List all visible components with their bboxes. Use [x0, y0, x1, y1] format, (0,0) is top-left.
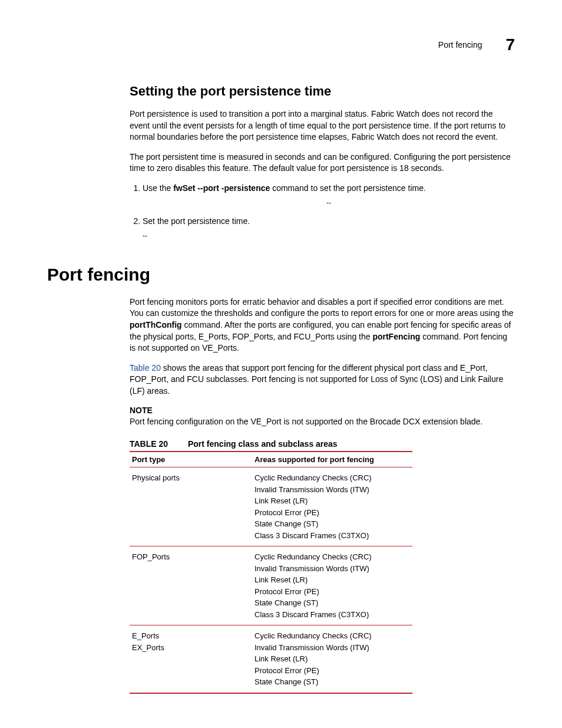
table-label: TABLE 20 — [130, 439, 168, 449]
steps-list: Use the fwSet --port -persistence comman… — [130, 183, 515, 241]
col-header-port-type: Port type — [130, 452, 252, 467]
col-header-areas: Areas supported for port fencing — [252, 452, 412, 467]
table-row: FOP_Ports Cyclic Redundancy Checks (CRC)… — [130, 546, 412, 625]
cell-port-type: E_PortsEX_Ports — [130, 625, 252, 693]
paragraph: Port fencing monitors ports for erratic … — [130, 297, 515, 354]
section-heading: Setting the port persistence time — [130, 84, 515, 99]
cell-areas: Cyclic Redundancy Checks (CRC)Invalid Tr… — [252, 467, 412, 546]
paragraph: The port persistent time is measured in … — [130, 151, 515, 174]
note-label: NOTE — [130, 406, 515, 415]
cell-areas: Cyclic Redundancy Checks (CRC)Invalid Tr… — [252, 625, 412, 693]
table-title: Port fencing class and subclass areas — [188, 439, 338, 449]
port-fencing-table: Port type Areas supported for port fenci… — [130, 451, 412, 694]
table-row: Physical ports Cyclic Redundancy Checks … — [130, 467, 412, 546]
cell-port-type: Physical ports — [130, 467, 252, 546]
cell-areas: Cyclic Redundancy Checks (CRC)Invalid Tr… — [252, 546, 412, 625]
command-text: portThConfig — [130, 320, 182, 330]
command-text: portFencing — [372, 332, 420, 341]
table-row: E_PortsEX_Ports Cyclic Redundancy Checks… — [130, 625, 412, 693]
step-item: Set the port persistence time. -- — [143, 216, 515, 241]
cell-port-type: FOP_Ports — [130, 546, 252, 625]
chapter-heading: Port fencing — [47, 265, 515, 285]
step-text: command to set the port persistence time… — [270, 183, 426, 193]
text-run: shows the areas that support port fencin… — [130, 363, 503, 396]
section-persistence: Setting the port persistence time Port p… — [130, 84, 515, 241]
paragraph: Table 20 shows the areas that support po… — [130, 363, 515, 397]
step-text: Use the — [143, 183, 173, 193]
chapter-number: 7 — [505, 35, 515, 54]
text-run: Port fencing monitors ports for erratic … — [130, 297, 514, 318]
running-header: Port fencing 7 — [47, 35, 515, 54]
separator-dash: -- — [143, 198, 515, 208]
separator-dash: -- — [143, 231, 515, 241]
command-text: fwSet --port -persistence — [173, 183, 270, 193]
section-fencing: Port fencing monitors ports for erratic … — [130, 297, 515, 694]
page: Port fencing 7 Setting the port persiste… — [0, 0, 562, 728]
step-text: Set the port persistence time. — [143, 216, 250, 226]
header-title: Port fencing — [438, 40, 482, 50]
step-item: Use the fwSet --port -persistence comman… — [143, 183, 515, 207]
table-caption: TABLE 20 Port fencing class and subclass… — [130, 439, 515, 449]
paragraph: Port persistence is used to transition a… — [130, 108, 515, 143]
table-link[interactable]: Table 20 — [130, 363, 161, 373]
table-header-row: Port type Areas supported for port fenci… — [130, 452, 412, 467]
note-text: Port fencing configuration on the VE_Por… — [130, 416, 515, 428]
